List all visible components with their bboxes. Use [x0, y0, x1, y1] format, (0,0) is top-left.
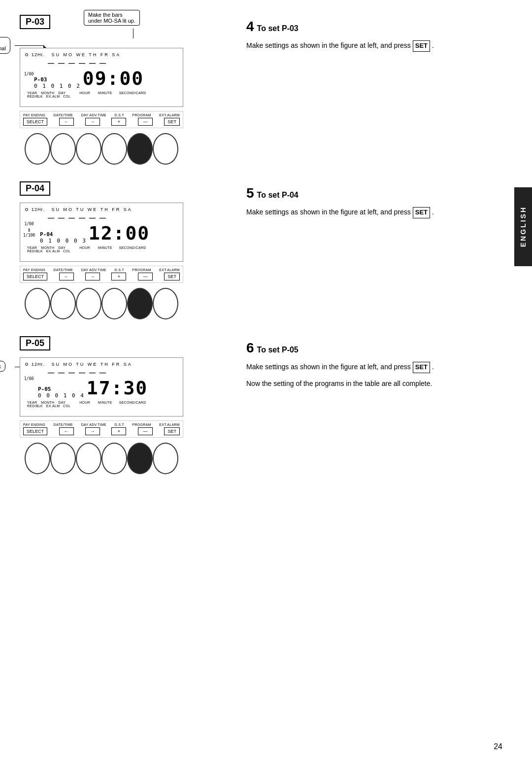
- day-labels-p04: SU MO TU WE TH FR SA: [52, 207, 133, 212]
- circle-5-p05[interactable]: [127, 443, 153, 474]
- ext-arrow: [15, 45, 44, 46]
- callout-mo-sa: Make the bars under MO-SA lit up.: [84, 10, 140, 26]
- callout-external: External time signal: [0, 37, 10, 54]
- device-panel-p04: P-04 12Hr. SU MO TU WE TH FR SA: [20, 181, 227, 321]
- btn-minus-p03[interactable]: —: [138, 118, 153, 126]
- btn-set-p04[interactable]: SET: [164, 273, 180, 280]
- display-top-p05: 12Hr. SU MO TU WE TH FR SA: [25, 362, 178, 367]
- bottom-labels2-p03: RED/BLK EX.ALM COL: [27, 95, 178, 98]
- fraction-p05: 1/60: [24, 377, 33, 381]
- circle-2-p05[interactable]: [50, 443, 76, 474]
- bottom-labels-p04: YEAR MONTH DAY HOUR MINUTE SECOND/CARD: [27, 246, 178, 249]
- circle-6-p04[interactable]: [153, 288, 178, 319]
- set-label-p05: SET: [413, 362, 430, 373]
- day-labels-p05: SU MO TU WE TH FR SA: [52, 362, 133, 367]
- btn-set-p03[interactable]: SET: [164, 118, 180, 126]
- btn-select-p05[interactable]: SELECT: [23, 427, 47, 435]
- step-body-p04: Make settings as shown in the figure at …: [246, 207, 512, 218]
- english-tab-label: ENGLISH: [519, 206, 527, 247]
- btn-left-p04[interactable]: ←: [59, 273, 74, 280]
- circle-3-p04[interactable]: [76, 288, 101, 319]
- step-body-p03: Make settings as shown in the figure at …: [246, 40, 512, 52]
- step-title-p05: To set P-05: [257, 346, 299, 354]
- section-p04: P-04 12Hr. SU MO TU WE TH FR SA: [20, 181, 512, 321]
- btn-top-p04: PAY ENDING DATE/TIME DAY ADV.TIME D.S.T …: [23, 268, 180, 272]
- step-body-p05: Make settings as shown in the figure at …: [246, 361, 512, 373]
- radio-dot-p05: [25, 363, 28, 366]
- btn-bottom-p03: SELECT ← → + — SET: [23, 118, 180, 126]
- circles-row-p03: [20, 133, 183, 165]
- btn-minus-p05[interactable]: —: [138, 427, 153, 435]
- device-display-p05: 12Hr. SU MO TU WE TH FR SA — — — — —: [20, 357, 183, 417]
- btn-set-p05[interactable]: SET: [164, 427, 180, 435]
- large-time-p03: 09:00: [83, 68, 144, 89]
- circle-1-p05[interactable]: [25, 443, 50, 474]
- circle-2-p03[interactable]: [50, 133, 76, 165]
- extra-body-p05: Now the setting of the programs in the t…: [246, 378, 512, 389]
- circles-row-p04: [20, 288, 183, 319]
- active-dashes-p03: — — — — — —: [48, 59, 178, 67]
- section-p05: P-05 Print in black 12: [20, 336, 512, 476]
- day-labels-p03: SU MO WE TH FR SA: [52, 52, 121, 57]
- btn-plus-p05[interactable]: +: [111, 427, 126, 435]
- p04-label: P-04: [20, 181, 50, 196]
- circle-2-p04[interactable]: [50, 288, 76, 319]
- display-wrapper-p03: 12Hr. SU MO WE TH FR SA — — — — — —: [20, 48, 183, 128]
- device-panel-p05: P-05 Print in black 12: [20, 336, 227, 476]
- btn-left-p03[interactable]: ←: [59, 118, 74, 126]
- bottom-labels2-p04: RED/BLK EX.ALM COL: [27, 249, 178, 253]
- btn-minus-p04[interactable]: —: [138, 273, 153, 280]
- circle-5-p04[interactable]: [127, 288, 153, 319]
- small-digits-p04: 0 1 0 0 0 3: [40, 238, 87, 244]
- callout-print: Print in black: [0, 361, 5, 372]
- set-label-p04: SET: [413, 207, 430, 218]
- circle-6-p03[interactable]: [153, 133, 178, 165]
- large-time-p04: 12:00: [89, 222, 150, 244]
- btn-right-p05[interactable]: →: [85, 427, 100, 435]
- section-p03-row: P-03 Make the bars under MO-SA lit up. E…: [20, 15, 512, 167]
- step-header-p05: 6 To set P-05: [246, 341, 512, 357]
- circle-5-p03[interactable]: [127, 133, 153, 165]
- btn-bottom-p04: SELECT ← → + — SET: [23, 273, 180, 280]
- time-row-p03: P-03 0 1 0 1 0 2 09:00: [25, 68, 178, 89]
- display-wrapper-p04: 12Hr. SU MO TU WE TH FR SA — — — — —: [20, 203, 183, 283]
- circle-4-p04[interactable]: [101, 288, 127, 319]
- fraction-p04: 1/60 ↕ 1/100: [23, 222, 35, 238]
- step-title-p04: To set P-04: [257, 191, 299, 200]
- instruction-panel-p03: 4 To set P-03 Make settings as shown in …: [246, 15, 512, 167]
- inner-p-p05: P-05: [38, 386, 51, 392]
- btn-top-p05: PAY ENDING DATE/TIME DAY ADV.TIME D.S.T …: [23, 423, 180, 426]
- device-display-p03: 12Hr. SU MO WE TH FR SA — — — — — —: [20, 48, 183, 107]
- section-p05-row: P-05 Print in black 12: [20, 336, 512, 476]
- button-strip-p04: PAY ENDING DATE/TIME DAY ADV.TIME D.S.T …: [20, 266, 183, 283]
- small-digits-p05: 0 0 0 1 0 4: [38, 392, 85, 399]
- step-header-p03: 4 To set P-03: [246, 20, 512, 36]
- callout-arrow: [133, 29, 134, 38]
- step-num-p04: 5: [246, 186, 254, 200]
- circle-3-p03[interactable]: [76, 133, 101, 165]
- device-panel-p03: P-03 Make the bars under MO-SA lit up. E…: [20, 15, 227, 167]
- btn-right-p03[interactable]: →: [85, 118, 100, 126]
- circle-6-p05[interactable]: [153, 443, 178, 474]
- btn-plus-p03[interactable]: +: [111, 118, 126, 126]
- instruction-panel-p04: 5 To set P-04 Make settings as shown in …: [246, 181, 512, 321]
- circle-3-p05[interactable]: [76, 443, 101, 474]
- circle-4-p03[interactable]: [101, 133, 127, 165]
- radio-dot-p04: [25, 208, 28, 211]
- btn-bottom-p05: SELECT ← → + — SET: [23, 427, 180, 435]
- section-p03: P-03 Make the bars under MO-SA lit up. E…: [20, 15, 512, 167]
- btn-select-p03[interactable]: SELECT: [23, 118, 47, 126]
- circle-1-p04[interactable]: [25, 288, 50, 319]
- circle-4-p05[interactable]: [101, 443, 127, 474]
- hz-label: 12Hr.: [32, 52, 45, 57]
- circle-1-p03[interactable]: [25, 133, 50, 165]
- page-number: 24: [494, 742, 502, 751]
- btn-right-p04[interactable]: →: [85, 273, 100, 280]
- inner-p-p03: P-03: [34, 76, 47, 83]
- btn-plus-p04[interactable]: +: [111, 273, 126, 280]
- btn-left-p05[interactable]: ←: [59, 427, 74, 435]
- button-strip-p03: PAY ENDING DATE/TIME DAY ADV.TIME D.S.T …: [20, 111, 183, 128]
- time-row-p05: P-05 0 0 0 1 0 4 17:30: [25, 377, 178, 399]
- display-top-p03: 12Hr. SU MO WE TH FR SA: [25, 52, 178, 57]
- btn-select-p04[interactable]: SELECT: [23, 273, 47, 280]
